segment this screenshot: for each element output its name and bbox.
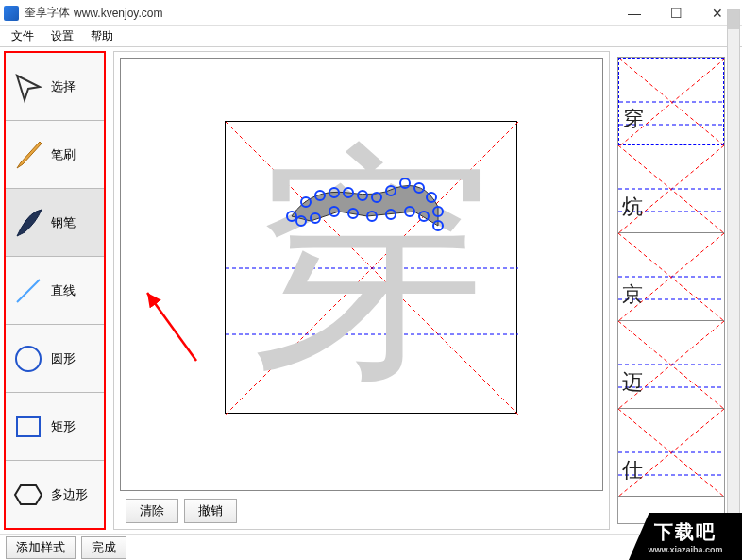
tool-select[interactable]: 选择: [6, 53, 104, 121]
polygon-icon: [9, 476, 47, 514]
tool-line[interactable]: 直线: [6, 257, 104, 325]
svg-point-1: [16, 347, 41, 371]
tool-polygon-label: 多边形: [51, 486, 88, 503]
app-url: www.kvenjoy.com: [74, 7, 162, 20]
menu-file[interactable]: 文件: [4, 26, 42, 46]
main-area: 选择 笔刷 钢笔 直线 圆形: [0, 47, 742, 534]
app-title: 奎享字体: [25, 5, 70, 21]
tool-brush-label: 笔刷: [51, 146, 76, 163]
watermark-url: www.xiazaiba.com: [648, 545, 722, 554]
svg-rect-2: [17, 417, 40, 436]
svg-line-0: [17, 280, 40, 302]
svg-line-4: [147, 293, 196, 361]
title-bar: 奎享字体 www.kvenjoy.com — ☐ ✕: [0, 0, 742, 26]
glyph-item[interactable]: 仕: [618, 409, 724, 497]
tool-polygon[interactable]: 多边形: [6, 461, 104, 528]
canvas-toolbar: 清除 撤销: [126, 499, 237, 523]
glyph-list: 穿 炕 京 迈: [617, 57, 725, 524]
glyph-item[interactable]: 京: [618, 233, 724, 321]
glyph-char: 迈: [622, 368, 643, 397]
tool-rect-label: 矩形: [51, 418, 76, 435]
tool-pen[interactable]: 钢笔: [6, 189, 104, 257]
menu-bar: 文件 设置 帮助: [0, 26, 742, 47]
watermark-text: 下载吧: [654, 519, 717, 545]
menu-settings[interactable]: 设置: [43, 26, 81, 46]
glyph-guide-icon: [619, 59, 725, 146]
tool-brush[interactable]: 笔刷: [6, 121, 104, 189]
circle-icon: [9, 340, 47, 378]
scrollbar-thumb[interactable]: [728, 10, 739, 29]
tool-rect[interactable]: 矩形: [6, 393, 104, 461]
clear-button[interactable]: 清除: [126, 499, 178, 523]
maximize-button[interactable]: ☐: [655, 0, 697, 26]
canvas-panel: 穿 清除 撤销: [113, 51, 610, 530]
stroke-editing-layer[interactable]: [226, 122, 518, 415]
cursor-icon: [9, 68, 47, 106]
minimize-button[interactable]: —: [614, 0, 655, 26]
brush-icon: [9, 136, 47, 174]
glyph-char: 仕: [622, 456, 643, 484]
tool-circle[interactable]: 圆形: [6, 325, 104, 393]
menu-help[interactable]: 帮助: [83, 26, 121, 46]
svg-marker-3: [15, 485, 42, 504]
glyph-char: 穿: [623, 105, 644, 133]
tool-circle-label: 圆形: [51, 350, 76, 367]
glyph-item[interactable]: 穿: [618, 58, 724, 145]
character-editor[interactable]: 穿: [225, 121, 517, 414]
glyph-char: 京: [622, 280, 643, 309]
glyph-item[interactable]: 炕: [618, 145, 724, 233]
canvas[interactable]: 穿: [120, 58, 603, 491]
add-style-button[interactable]: 添加样式: [6, 536, 76, 559]
pen-icon: [9, 204, 47, 242]
line-icon: [9, 272, 47, 310]
tool-palette: 选择 笔刷 钢笔 直线 圆形: [4, 51, 106, 530]
undo-button[interactable]: 撤销: [184, 499, 237, 523]
glyph-char: 炕: [622, 193, 643, 221]
tool-pen-label: 钢笔: [51, 214, 76, 231]
annotation-arrow-icon: [140, 285, 206, 370]
glyph-scrollbar[interactable]: [727, 9, 740, 522]
window-controls: — ☐ ✕: [614, 0, 738, 26]
tool-line-label: 直线: [51, 282, 76, 299]
tool-select-label: 选择: [51, 78, 76, 95]
rect-icon: [9, 408, 47, 446]
glyph-item[interactable]: 迈: [618, 321, 724, 409]
finish-button[interactable]: 完成: [81, 536, 126, 559]
app-icon: [4, 6, 19, 21]
